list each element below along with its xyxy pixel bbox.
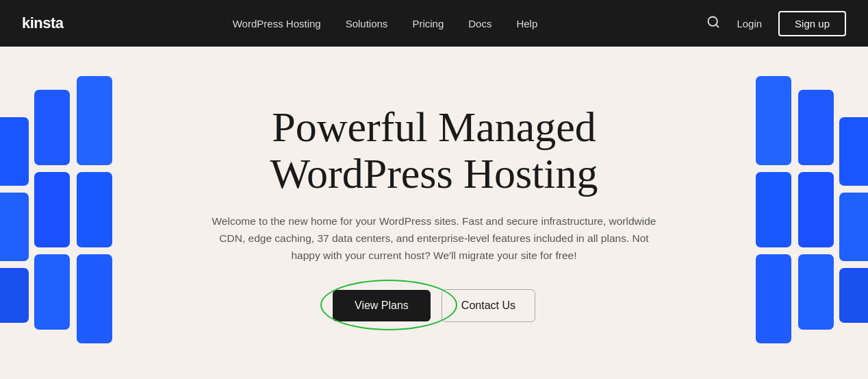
svg-rect-13 <box>839 268 868 323</box>
nav-links: WordPress Hosting Solutions Pricing Docs… <box>233 18 538 29</box>
svg-rect-3 <box>0 193 29 261</box>
nav-right: Login Sign up <box>706 11 846 36</box>
svg-rect-9 <box>77 172 112 247</box>
svg-rect-8 <box>77 76 112 165</box>
svg-rect-11 <box>839 117 868 186</box>
signup-button[interactable]: Sign up <box>778 11 846 36</box>
svg-rect-15 <box>798 172 834 247</box>
svg-line-1 <box>716 24 719 27</box>
decorative-blocks-left <box>0 47 130 379</box>
decorative-blocks-right <box>738 47 868 379</box>
nav-wordpress-hosting[interactable]: WordPress Hosting <box>233 18 321 29</box>
svg-rect-6 <box>34 172 70 247</box>
search-icon[interactable] <box>706 15 720 32</box>
svg-rect-16 <box>798 254 834 330</box>
svg-rect-18 <box>756 172 791 247</box>
svg-rect-17 <box>756 76 791 165</box>
hero-buttons: View Plans Contact Us <box>333 289 535 322</box>
svg-rect-19 <box>756 254 791 343</box>
svg-rect-10 <box>77 254 112 343</box>
svg-rect-2 <box>0 117 29 186</box>
login-link[interactable]: Login <box>737 18 762 29</box>
contact-us-button[interactable]: Contact Us <box>442 289 535 322</box>
hero-title: Powerful Managed WordPress Hosting <box>270 103 598 197</box>
nav-docs[interactable]: Docs <box>468 18 492 29</box>
nav-pricing[interactable]: Pricing <box>412 18 444 29</box>
view-plans-button[interactable]: View Plans <box>333 290 431 321</box>
navbar: kinsta WordPress Hosting Solutions Prici… <box>0 0 868 47</box>
svg-rect-12 <box>839 193 868 261</box>
hero-subtitle: Welcome to the new home for your WordPre… <box>208 213 660 264</box>
nav-help[interactable]: Help <box>516 18 537 29</box>
svg-rect-5 <box>34 90 70 165</box>
svg-rect-14 <box>798 90 834 165</box>
hero-section: Powerful Managed WordPress Hosting Welco… <box>0 47 868 379</box>
svg-rect-7 <box>34 254 70 330</box>
logo[interactable]: kinsta <box>22 14 64 32</box>
svg-rect-4 <box>0 268 29 323</box>
nav-solutions[interactable]: Solutions <box>346 18 388 29</box>
